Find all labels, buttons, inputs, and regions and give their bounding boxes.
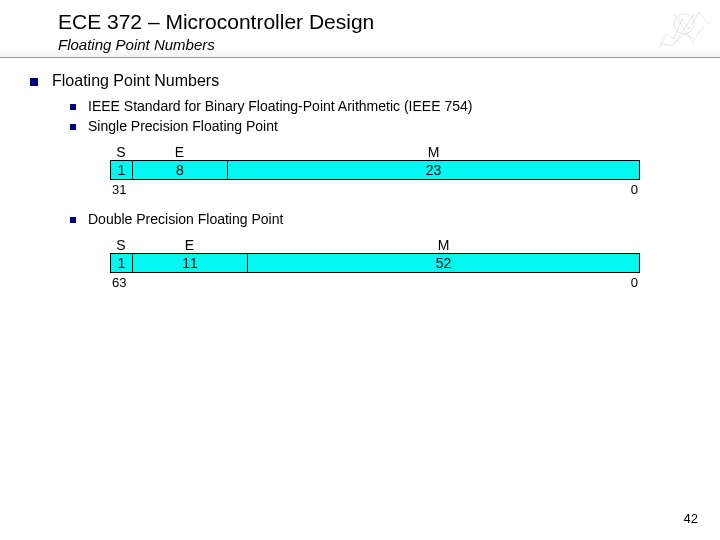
sp-low-index: 0 [631, 182, 638, 197]
sp-sign-segment: 1 [111, 161, 133, 179]
bullet-text: IEEE Standard for Binary Floating-Point … [88, 98, 472, 114]
dp-bitbox: 1 11 52 [110, 253, 640, 273]
bullet-lvl2: Double Precision Floating Point [70, 211, 690, 227]
bullet-lvl2: IEEE Standard for Binary Floating-Point … [70, 98, 690, 114]
sp-index-row: 31 0 [110, 182, 640, 197]
dp-index-row: 63 0 [110, 275, 640, 290]
sp-mantissa-segment: 23 [228, 161, 639, 179]
m-label: M [247, 237, 640, 253]
bullet-lvl2: Single Precision Floating Point [70, 118, 690, 134]
field-labels-row: S E M [110, 144, 640, 160]
sp-high-index: 31 [112, 182, 126, 197]
single-precision-diagram: S E M 1 8 23 31 0 [110, 144, 640, 197]
bullet-square-icon [70, 217, 76, 223]
e-label: E [132, 144, 227, 160]
bullet-square-icon [70, 104, 76, 110]
dp-sign-segment: 1 [111, 254, 133, 272]
slide-content: Floating Point Numbers IEEE Standard for… [0, 58, 720, 290]
page-number: 42 [684, 511, 698, 526]
s-label: S [110, 237, 132, 253]
slide-subtitle: Floating Point Numbers [58, 36, 720, 53]
dp-low-index: 0 [631, 275, 638, 290]
field-labels-row: S E M [110, 237, 640, 253]
bullet-text: Double Precision Floating Point [88, 211, 283, 227]
dp-mantissa-segment: 52 [248, 254, 639, 272]
bullet-text: Single Precision Floating Point [88, 118, 278, 134]
e-label: E [132, 237, 247, 253]
slide-header: ECE 372 – Microcontroller Design Floatin… [0, 0, 720, 58]
dp-exponent-segment: 11 [133, 254, 248, 272]
s-label: S [110, 144, 132, 160]
decorative-header-art [654, 4, 714, 54]
course-title: ECE 372 – Microcontroller Design [58, 10, 720, 34]
sp-exponent-segment: 8 [133, 161, 228, 179]
bullet-lvl1: Floating Point Numbers [30, 72, 690, 90]
m-label: M [227, 144, 640, 160]
bullet-square-icon [70, 124, 76, 130]
bullet-square-icon [30, 78, 38, 86]
svg-point-0 [674, 14, 694, 34]
sp-bitbox: 1 8 23 [110, 160, 640, 180]
double-precision-diagram: S E M 1 11 52 63 0 [110, 237, 640, 290]
bullet-text: Floating Point Numbers [52, 72, 219, 90]
dp-high-index: 63 [112, 275, 126, 290]
